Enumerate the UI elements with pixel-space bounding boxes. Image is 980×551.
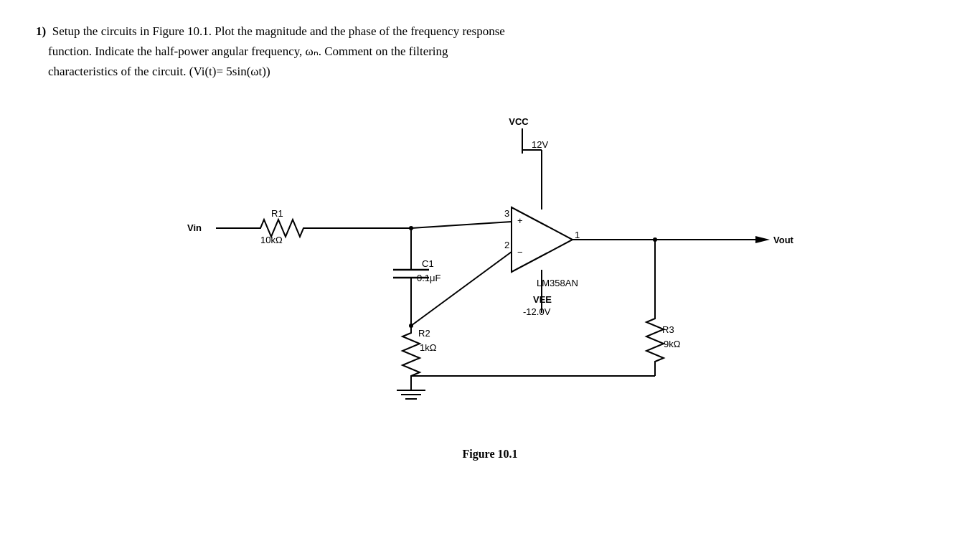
figure-caption: Figure 10.1 (36, 448, 944, 461)
vcc-value: 12V (532, 139, 548, 150)
c1-label: C1 (422, 258, 434, 269)
r2-value: 1kΩ (420, 342, 437, 353)
vout-arrow (755, 236, 770, 243)
pin-minus: − (517, 247, 523, 258)
r3-zigzag (646, 240, 664, 376)
r3-value: 9kΩ (664, 339, 681, 349)
r1-label: R1 (271, 208, 283, 219)
circuit-diagram: VCC 12V + − 3 2 1 LM358AN VEE -12.0V Vin… (167, 103, 813, 441)
pin1-num: 1 (575, 230, 580, 240)
pin-plus: + (517, 215, 523, 226)
vin-label: Vin (187, 222, 202, 233)
pin2-num: 2 (504, 240, 509, 250)
vee-value: -12.0V (523, 306, 551, 317)
pin3-num: 3 (504, 208, 509, 219)
question-line3: characteristics of the circuit. (Vi(t)= … (48, 65, 270, 78)
vee-label: VEE (533, 294, 552, 305)
r2-label: R2 (418, 328, 430, 339)
question-number: 1) (36, 24, 46, 38)
vcc-label: VCC (509, 116, 529, 127)
question-text: 1) Setup the circuits in Figure 10.1. Pl… (36, 22, 933, 82)
r2-zigzag (402, 326, 420, 390)
question-block: 1) Setup the circuits in Figure 10.1. Pl… (36, 22, 944, 82)
opamp-model: LM358AN (537, 278, 578, 288)
circuit-svg: VCC 12V + − 3 2 1 LM358AN VEE -12.0V Vin… (167, 103, 813, 433)
svg-line-15 (411, 222, 512, 228)
vout-label: Vout (773, 235, 794, 245)
